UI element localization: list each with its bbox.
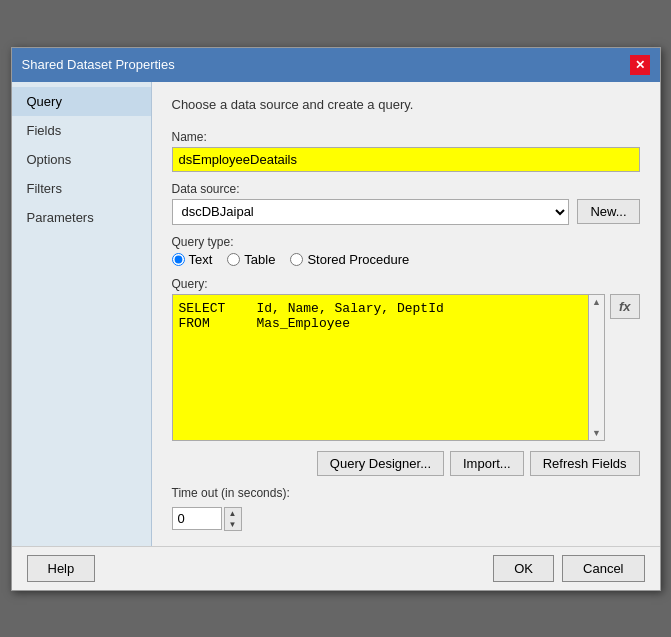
main-content: Choose a data source and create a query.…: [152, 82, 660, 546]
datasource-section: Data source: dscDBJaipal New...: [172, 182, 640, 225]
query-type-row: Text Table Stored Procedure: [172, 252, 640, 267]
query-textarea[interactable]: [173, 295, 588, 440]
query-type-section: Query type: Text Table Stored Procedure: [172, 235, 640, 267]
new-button[interactable]: New...: [577, 199, 639, 224]
datasource-row: dscDBJaipal New...: [172, 199, 640, 225]
fx-button[interactable]: fx: [610, 294, 640, 319]
close-button[interactable]: ✕: [630, 55, 650, 75]
refresh-fields-button[interactable]: Refresh Fields: [530, 451, 640, 476]
radio-text-input[interactable]: [172, 253, 185, 266]
ok-button[interactable]: OK: [493, 555, 554, 582]
query-label: Query:: [172, 277, 640, 291]
footer-left: Help: [27, 555, 96, 582]
radio-stored-procedure-input[interactable]: [290, 253, 303, 266]
radio-table-input[interactable]: [227, 253, 240, 266]
radio-table-label: Table: [244, 252, 275, 267]
scroll-up-icon[interactable]: ▲: [592, 297, 601, 307]
sidebar-item-options[interactable]: Options: [12, 145, 151, 174]
query-designer-button[interactable]: Query Designer...: [317, 451, 444, 476]
timeout-input[interactable]: [172, 507, 222, 530]
datasource-select[interactable]: dscDBJaipal: [172, 199, 570, 225]
radio-table[interactable]: Table: [227, 252, 275, 267]
sidebar-item-filters-label: Filters: [27, 181, 62, 196]
import-button[interactable]: Import...: [450, 451, 524, 476]
name-section: Name:: [172, 130, 640, 172]
dialog-title: Shared Dataset Properties: [22, 57, 175, 72]
sidebar-item-fields[interactable]: Fields: [12, 116, 151, 145]
shared-dataset-properties-dialog: Shared Dataset Properties ✕ Query Fields…: [11, 47, 661, 591]
sidebar-item-options-label: Options: [27, 152, 72, 167]
datasource-label: Data source:: [172, 182, 640, 196]
radio-stored-procedure-label: Stored Procedure: [307, 252, 409, 267]
query-buttons-row: Query Designer... Import... Refresh Fiel…: [172, 451, 640, 476]
sidebar-item-query[interactable]: Query: [12, 87, 151, 116]
query-area-row: ▲ ▼ fx: [172, 294, 640, 441]
timeout-input-row: ▲ ▼: [172, 507, 640, 531]
timeout-increment-button[interactable]: ▲: [225, 508, 241, 519]
section-description: Choose a data source and create a query.: [172, 97, 640, 112]
query-type-label: Query type:: [172, 235, 640, 249]
sidebar-item-query-label: Query: [27, 94, 62, 109]
cancel-button[interactable]: Cancel: [562, 555, 644, 582]
title-bar: Shared Dataset Properties ✕: [12, 48, 660, 82]
radio-text-label: Text: [189, 252, 213, 267]
name-input[interactable]: [172, 147, 640, 172]
sidebar-item-parameters-label: Parameters: [27, 210, 94, 225]
name-label: Name:: [172, 130, 640, 144]
timeout-decrement-button[interactable]: ▼: [225, 519, 241, 530]
radio-stored-procedure[interactable]: Stored Procedure: [290, 252, 409, 267]
query-textarea-container: ▲ ▼: [172, 294, 605, 441]
footer-right: OK Cancel: [493, 555, 644, 582]
sidebar: Query Fields Options Filters Parameters: [12, 82, 152, 546]
query-scrollbar: ▲ ▼: [588, 295, 604, 440]
help-button[interactable]: Help: [27, 555, 96, 582]
sidebar-item-parameters[interactable]: Parameters: [12, 203, 151, 232]
timeout-section: Time out (in seconds): ▲ ▼: [172, 486, 640, 531]
query-section: Query: ▲ ▼ fx: [172, 277, 640, 441]
radio-text[interactable]: Text: [172, 252, 213, 267]
timeout-label: Time out (in seconds):: [172, 486, 640, 500]
dialog-footer: Help OK Cancel: [12, 546, 660, 590]
sidebar-item-filters[interactable]: Filters: [12, 174, 151, 203]
timeout-spinner: ▲ ▼: [224, 507, 242, 531]
scroll-down-icon[interactable]: ▼: [592, 428, 601, 438]
sidebar-item-fields-label: Fields: [27, 123, 62, 138]
dialog-body: Query Fields Options Filters Parameters …: [12, 82, 660, 546]
